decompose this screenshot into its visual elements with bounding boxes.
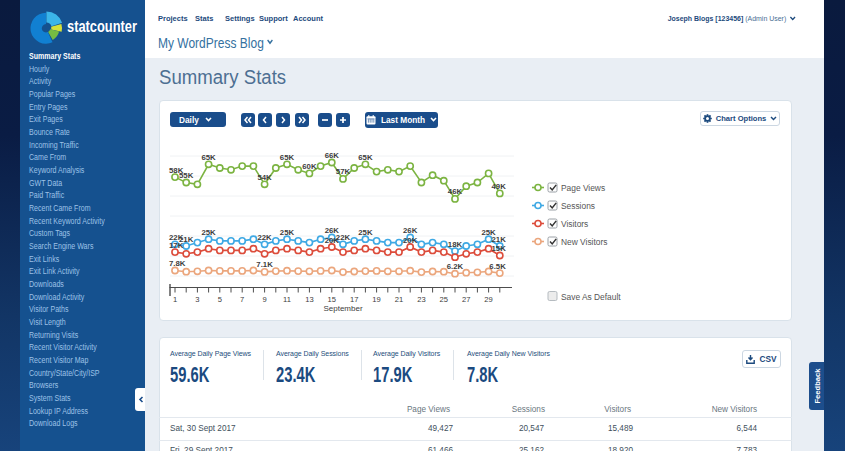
svg-text:46K: 46K <box>448 187 463 196</box>
svg-text:54K: 54K <box>257 173 272 182</box>
svg-text:9: 9 <box>262 295 266 304</box>
svg-text:15: 15 <box>328 295 336 304</box>
svg-text:22K: 22K <box>257 233 272 242</box>
svg-text:21K: 21K <box>491 235 506 244</box>
svg-text:Save As Default: Save As Default <box>561 292 621 302</box>
svg-text:49K: 49K <box>491 182 506 191</box>
svg-text:65K: 65K <box>358 153 373 162</box>
svg-text:17K: 17K <box>169 241 184 250</box>
svg-text:17: 17 <box>350 295 358 304</box>
svg-text:20K: 20K <box>403 236 418 245</box>
svg-text:25K: 25K <box>201 228 216 237</box>
svg-text:7: 7 <box>240 295 244 304</box>
svg-text:66K: 66K <box>325 151 340 160</box>
svg-text:15K: 15K <box>491 244 506 253</box>
svg-text:3: 3 <box>195 295 199 304</box>
svg-text:13: 13 <box>305 295 313 304</box>
svg-text:65K: 65K <box>201 153 216 162</box>
svg-text:55K: 55K <box>179 171 194 180</box>
svg-text:25K: 25K <box>280 228 295 237</box>
svg-text:Sessions: Sessions <box>561 201 595 211</box>
svg-text:19: 19 <box>372 295 380 304</box>
svg-text:7.8K: 7.8K <box>169 259 186 268</box>
svg-text:27: 27 <box>462 295 470 304</box>
svg-text:New Visitors: New Visitors <box>561 237 607 247</box>
svg-text:21: 21 <box>395 295 403 304</box>
svg-text:29: 29 <box>484 295 492 304</box>
svg-text:11: 11 <box>283 295 291 304</box>
svg-text:Visitors: Visitors <box>561 219 588 229</box>
svg-text:60K: 60K <box>302 162 317 171</box>
svg-text:20K: 20K <box>325 236 340 245</box>
svg-text:September: September <box>323 304 362 313</box>
svg-text:26K: 26K <box>403 226 418 235</box>
svg-text:18K: 18K <box>448 240 463 249</box>
svg-text:65K: 65K <box>280 153 295 162</box>
svg-text:5: 5 <box>218 295 222 304</box>
svg-text:23: 23 <box>417 295 425 304</box>
svg-text:6.5K: 6.5K <box>489 262 506 271</box>
svg-text:25K: 25K <box>358 228 373 237</box>
svg-text:6.2K: 6.2K <box>447 262 464 271</box>
svg-text:25: 25 <box>440 295 448 304</box>
svg-text:1: 1 <box>173 295 177 304</box>
svg-text:7.1K: 7.1K <box>256 260 273 269</box>
svg-text:57K: 57K <box>336 167 351 176</box>
svg-text:Page Views: Page Views <box>561 183 605 193</box>
